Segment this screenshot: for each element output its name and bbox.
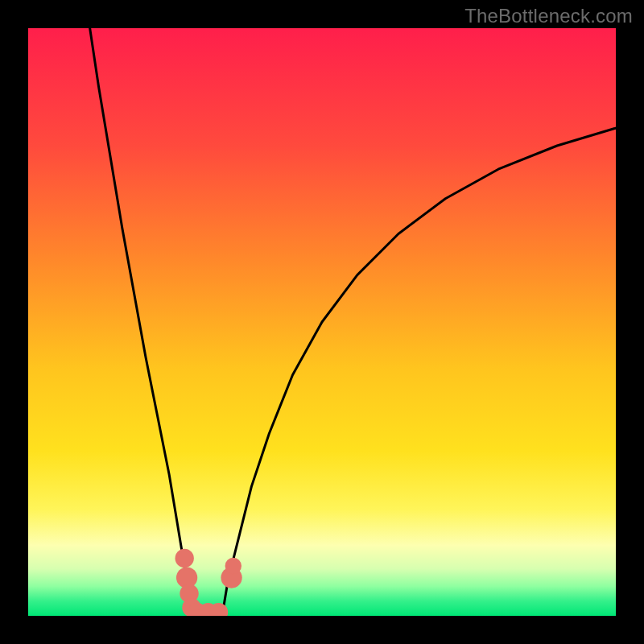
watermark-text: TheBottleneck.com — [464, 5, 633, 27]
curve-layer — [28, 28, 616, 616]
series-left-branch — [90, 28, 192, 616]
series-right-branch — [222, 128, 616, 616]
marker-right-cluster-2 — [225, 558, 242, 574]
marker-left-cluster-1 — [175, 549, 194, 568]
plot-area — [28, 28, 616, 616]
chart-frame: TheBottleneck.com — [0, 0, 644, 644]
